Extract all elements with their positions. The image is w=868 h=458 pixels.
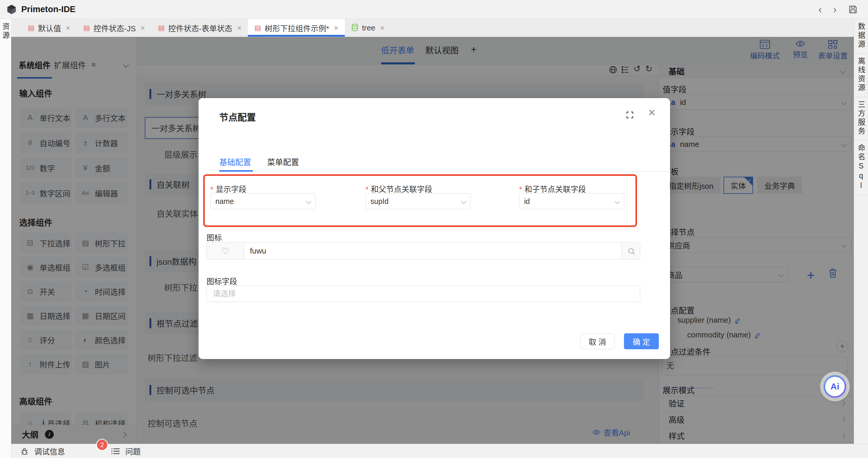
title-bar: Primeton-IDE ‹ ›: [0, 0, 868, 19]
chevron-down-icon: [306, 199, 311, 204]
nav-back-icon[interactable]: ‹: [814, 4, 827, 15]
ai-label: Ai: [831, 381, 839, 392]
tab-divider: [219, 171, 670, 172]
display-field-dropdown[interactable]: name: [210, 193, 315, 209]
file-tab-label: 控件状态-表单状态: [168, 23, 232, 33]
dialog-tab-basic[interactable]: 基础配置: [219, 156, 251, 167]
primeton-ide-window: Primeton-IDE ‹ › 资源 ▤ 默认值 × ▤ 控件状态-JS × …: [0, 0, 868, 458]
dialog-title: 节点配置: [219, 110, 256, 123]
problems-count-badge: 2: [97, 440, 107, 450]
form-file-icon: ▤: [158, 24, 165, 32]
icon-search-input[interactable]: [244, 243, 622, 259]
parent-field-dropdown[interactable]: supId: [366, 193, 471, 209]
display-field-form-label: *显示字段: [210, 183, 246, 194]
icon-field-input[interactable]: [207, 285, 640, 302]
search-icon-button[interactable]: [622, 243, 640, 259]
close-tab-icon[interactable]: ×: [380, 23, 384, 32]
close-tab-icon[interactable]: ×: [237, 23, 241, 32]
form-file-icon: ▤: [254, 24, 261, 32]
close-tab-icon[interactable]: ×: [66, 23, 70, 32]
dialog-tab-menu[interactable]: 菜单配置: [267, 156, 299, 167]
active-dialog-tab-underline: [219, 170, 253, 172]
close-dialog-icon[interactable]: ×: [648, 106, 656, 119]
file-tab[interactable]: tree ×: [345, 19, 391, 37]
debug-info-button[interactable]: 调试信息: [34, 446, 65, 457]
file-tab-label: 树形下拉组件示例*: [265, 23, 329, 33]
third-party-service-dock-tab[interactable]: 三方服务: [854, 97, 868, 140]
icon-field-form-label: 图标字段: [207, 275, 237, 286]
file-tab[interactable]: ▤ 控件状态-JS ×: [77, 19, 152, 37]
debug-bug-icon: [20, 447, 29, 456]
close-tab-icon[interactable]: ×: [141, 23, 145, 32]
cancel-button[interactable]: 取 消: [580, 333, 615, 349]
search-icon: [628, 248, 634, 253]
left-dock-strip: 资源: [0, 19, 11, 458]
icon-input-group: ♡: [207, 242, 640, 259]
offline-resource-dock-tab[interactable]: 离线资源: [854, 54, 868, 97]
node-config-dialog: 节点配置 × 基础配置 菜单配置 *显示字段 name *和父节点关联字段 su…: [198, 98, 670, 359]
heart-icon-button[interactable]: ♡: [207, 243, 244, 259]
close-tab-icon[interactable]: ×: [334, 23, 338, 32]
save-icon[interactable]: [848, 4, 858, 14]
app-logo-icon: [6, 4, 17, 15]
problems-button[interactable]: 问题: [125, 446, 141, 457]
named-sql-dock-tab[interactable]: 命名Sql: [854, 140, 868, 195]
tree-file-icon: [351, 24, 359, 32]
child-field-form-label: *和子节点关联字段: [519, 183, 586, 194]
required-mark: *: [366, 185, 368, 194]
icon-form-label: 图标: [207, 232, 222, 243]
form-file-icon: ▤: [28, 24, 35, 32]
problems-list-icon: [111, 447, 120, 455]
file-tab-bar: ▤ 默认值 × ▤ 控件状态-JS × ▤ 控件状态-表单状态 × ▤ 树形下拉…: [11, 19, 854, 37]
file-tab-active[interactable]: ▤ 树形下拉组件示例* ×: [248, 19, 345, 37]
file-tab-label: tree: [362, 23, 375, 32]
file-tab-label: 控件状态-JS: [94, 23, 136, 33]
chevron-down-icon: [461, 199, 466, 204]
status-bar: 调试信息 问题: [11, 444, 868, 458]
form-file-icon: ▤: [83, 24, 90, 32]
required-mark: *: [519, 185, 522, 194]
right-dock-strip: 数据源 离线资源 三方服务 命名Sql: [854, 19, 868, 444]
app-title: Primeton-IDE: [21, 4, 75, 14]
confirm-button[interactable]: 确 定: [624, 333, 659, 349]
child-field-dropdown[interactable]: id: [519, 193, 624, 209]
resources-dock-tab[interactable]: 资源: [0, 23, 11, 40]
file-tab-label: 默认值: [38, 23, 61, 33]
chevron-down-icon: [615, 199, 620, 204]
ai-assistant-button[interactable]: Ai: [824, 375, 846, 398]
file-tab[interactable]: ▤ 默认值 ×: [21, 19, 77, 37]
parent-field-form-label: *和父节点关联字段: [366, 183, 432, 194]
datasource-dock-tab[interactable]: 数据源: [854, 19, 868, 54]
nav-forward-icon[interactable]: ›: [829, 4, 841, 15]
required-mark: *: [210, 185, 213, 194]
file-tab[interactable]: ▤ 控件状态-表单状态 ×: [152, 19, 248, 37]
fullscreen-icon[interactable]: [625, 111, 634, 119]
